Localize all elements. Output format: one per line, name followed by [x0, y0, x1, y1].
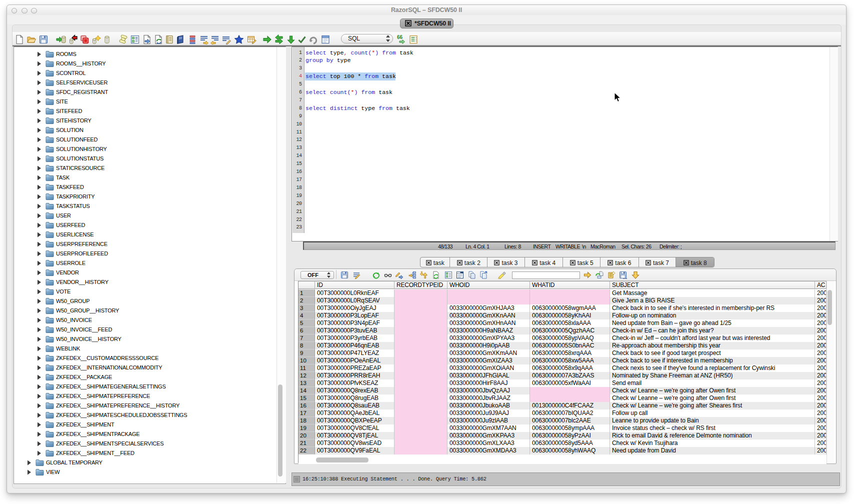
svg-text:66: 66 [397, 34, 403, 40]
